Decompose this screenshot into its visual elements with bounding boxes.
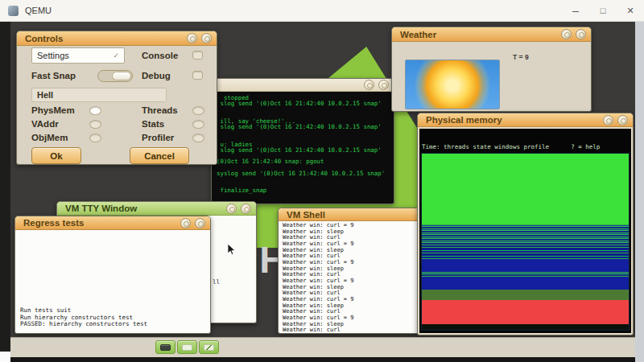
regress-titlebar[interactable]: Regress tests	[15, 216, 210, 230]
host-corner-fragment	[0, 352, 10, 362]
minimize-button[interactable]	[180, 218, 191, 228]
sun-icon	[406, 60, 499, 109]
cancel-button[interactable]: Cancel	[130, 147, 189, 164]
physmem-radio[interactable]	[89, 106, 101, 115]
close-button[interactable]	[617, 115, 628, 125]
guest-taskbar	[10, 337, 635, 357]
ok-button[interactable]: Ok	[31, 147, 81, 164]
terminal-output: stopped slog send '(0)Oct 16 21:42:40 10…	[214, 93, 391, 201]
vm-shell-window: VM Shell Weather win: curl = 9 Weather w…	[278, 208, 419, 334]
host-titlebar[interactable]: QEMU – □ ✕	[0, 0, 644, 22]
physical-memory-titlebar[interactable]: Physical memory	[418, 113, 633, 127]
vm-shell-window-title: VM Shell	[287, 210, 325, 220]
physical-memory-window: Physical memory Time: threads state wind…	[417, 113, 634, 335]
physmem-label: PhysMem	[31, 105, 75, 115]
dropdown-caret-icon	[113, 51, 119, 60]
memory-band	[422, 324, 629, 330]
regress-window-title: Regress tests	[23, 218, 84, 228]
toggle-knob	[112, 72, 131, 80]
minimize-button[interactable]	[603, 115, 613, 125]
close-button[interactable]	[201, 33, 212, 43]
close-button[interactable]	[241, 204, 251, 214]
console-label: Console	[142, 51, 178, 60]
hell-field-value: Hell	[37, 90, 53, 100]
taskbar-terminal-button[interactable]	[155, 340, 175, 354]
vm-shell-titlebar[interactable]: VM Shell	[279, 208, 419, 221]
host-window-title: QEMU	[25, 6, 52, 15]
memory-band	[422, 245, 629, 260]
debug-label: Debug	[142, 71, 171, 80]
minimize-button[interactable]	[226, 204, 237, 214]
debug-checkbox[interactable]	[192, 71, 203, 80]
controls-window: Controls Settings Console Fast Snap Debu…	[16, 31, 217, 165]
vm-tty-window-title: VM TTY Window	[65, 204, 137, 213]
tty-text-fragment: ll	[213, 278, 220, 286]
minimize-button[interactable]	[187, 33, 197, 43]
weather-titlebar[interactable]: Weather	[392, 27, 591, 42]
memory-band	[422, 300, 629, 325]
host-bottom-border	[0, 357, 635, 362]
physical-memory-content: Time: threads state windows profile ? = …	[419, 129, 631, 333]
memory-band	[422, 224, 629, 245]
qemu-app-icon	[8, 6, 19, 16]
fast-snap-toggle[interactable]	[97, 70, 133, 82]
vaddr-radio[interactable]	[89, 120, 101, 129]
objmem-label: ObjMem	[31, 133, 68, 142]
controls-titlebar[interactable]: Controls	[17, 31, 217, 46]
fast-snap-label: Fast Snap	[31, 71, 76, 80]
close-button[interactable]	[195, 218, 205, 228]
terminal-titlebar[interactable]	[212, 79, 394, 92]
profiler-label: Profiler	[142, 133, 174, 142]
profiler-radio[interactable]	[192, 134, 204, 142]
edit-pencil-icon	[204, 344, 214, 351]
memory-band	[422, 290, 629, 300]
minimize-button[interactable]	[364, 80, 374, 90]
vm-shell-output: Weather win: curl = 9 Weather win: sleep…	[283, 223, 417, 331]
weather-window: Weather T = 9	[391, 27, 592, 112]
mouse-cursor-icon	[228, 244, 236, 255]
temperature-readout: T = 9	[513, 53, 529, 61]
controls-window-title: Controls	[25, 34, 63, 43]
objmem-radio[interactable]	[89, 134, 101, 142]
memory-band	[422, 154, 629, 224]
close-button[interactable]	[378, 80, 389, 90]
terminal-window: stopped slog send '(0)Oct 16 21:42:40 10…	[211, 78, 394, 204]
host-maximize-button[interactable]: □	[589, 0, 617, 21]
vm-tty-titlebar[interactable]: VM TTY Window	[57, 202, 256, 216]
memory-band	[422, 259, 629, 271]
taskbar-edit-button[interactable]	[199, 340, 219, 354]
stats-label: Stats	[142, 119, 164, 129]
qemu-host-window: QEMU – □ ✕ PH stopped slog send '(0)Oct …	[0, 0, 644, 362]
weather-sky-panel	[405, 60, 500, 109]
terminal-screen-icon	[160, 344, 171, 351]
settings-dropdown-value: Settings	[37, 51, 69, 60]
host-close-button[interactable]: ✕	[617, 0, 644, 21]
hell-field[interactable]: Hell	[31, 88, 167, 102]
host-window-controls: – □ ✕	[562, 0, 644, 21]
vaddr-label: VAddr	[31, 119, 59, 129]
regress-tests-window: Regress tests Run tests suit Run hierarc…	[14, 216, 211, 334]
threads-label: Threads	[142, 105, 178, 115]
console-checkbox[interactable]	[192, 51, 203, 60]
taskbar-window-button[interactable]	[177, 340, 197, 354]
memory-map	[421, 153, 630, 331]
memory-band	[422, 277, 629, 289]
close-button[interactable]	[576, 29, 586, 39]
minimize-button[interactable]	[561, 29, 572, 39]
memory-status-line: Time: threads state windows profile ? = …	[422, 144, 629, 151]
regress-test-output: Run tests suit Run hierarchy constructor…	[20, 307, 147, 328]
host-right-border	[635, 22, 644, 362]
weather-window-title: Weather	[400, 30, 436, 39]
settings-dropdown[interactable]: Settings	[31, 47, 125, 64]
blank-window-icon	[182, 344, 192, 351]
physical-memory-window-title: Physical memory	[426, 115, 502, 125]
host-minimize-button[interactable]: –	[562, 0, 589, 21]
stats-radio[interactable]	[192, 120, 204, 129]
threads-radio[interactable]	[192, 106, 204, 115]
guest-desktop: PH stopped slog send '(0)Oct 16 21:42:40…	[10, 22, 635, 357]
